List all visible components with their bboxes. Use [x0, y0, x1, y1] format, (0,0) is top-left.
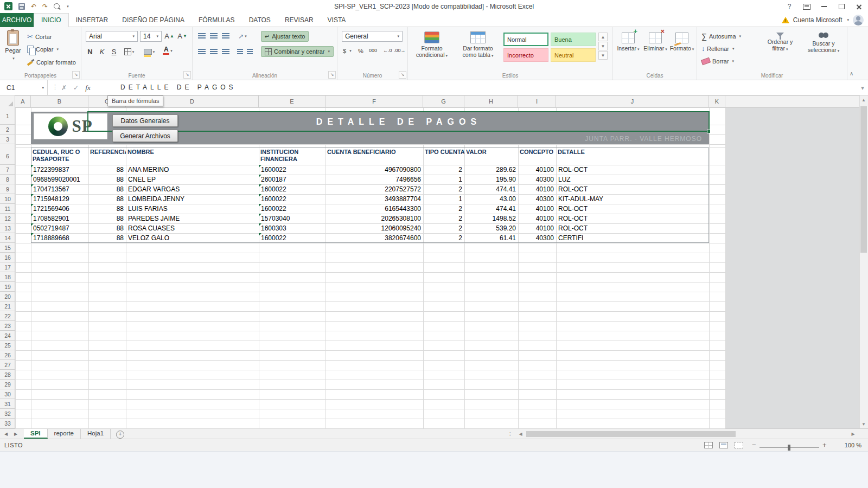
- row-header-27[interactable]: 27: [0, 360, 15, 370]
- increase-indent-icon[interactable]: [247, 49, 253, 55]
- table-header-nombre[interactable]: NOMBRE: [126, 147, 259, 165]
- close-button[interactable]: [851, 0, 867, 13]
- delete-cells-button[interactable]: Eliminar▾: [642, 33, 668, 53]
- cell-I10[interactable]: 40300: [518, 194, 556, 204]
- tab-archivo[interactable]: ARCHIVO: [0, 13, 34, 27]
- cell-J9[interactable]: ROL-OCT: [556, 184, 709, 194]
- row-header-9[interactable]: 9: [0, 184, 15, 194]
- wrap-text-button[interactable]: ↵ Ajustar texto: [261, 31, 309, 42]
- help-button[interactable]: ?: [781, 0, 797, 13]
- cell-D8[interactable]: CNEL EP: [126, 175, 259, 184]
- cell-E12[interactable]: 15703040: [259, 214, 326, 223]
- italic-button[interactable]: K: [97, 47, 107, 57]
- cell-E7[interactable]: 1600022: [259, 165, 326, 175]
- vertical-scroll-thumb[interactable]: [860, 106, 867, 253]
- cell-F7[interactable]: 4967090800: [326, 165, 423, 175]
- maximize-button[interactable]: [833, 0, 850, 13]
- cell-C10[interactable]: 88: [88, 194, 126, 204]
- cell-J12[interactable]: ROL-OCT: [556, 214, 709, 223]
- column-header-A[interactable]: A: [15, 95, 31, 108]
- decrease-indent-icon[interactable]: [237, 49, 243, 55]
- cell-H10[interactable]: 43.00: [464, 194, 518, 204]
- table-header-tipo-cuenta[interactable]: TIPO CUENTA: [423, 147, 464, 165]
- row-header-31[interactable]: 31: [0, 399, 15, 409]
- cell-E9[interactable]: 1600022: [259, 184, 326, 194]
- row-header-20[interactable]: 20: [0, 292, 15, 301]
- cell-F13[interactable]: 12060095240: [326, 223, 423, 233]
- datos-generales-button[interactable]: Datos Generales: [112, 114, 178, 127]
- cell-F14[interactable]: 3820674600: [326, 233, 423, 243]
- fill-color-button[interactable]: ▾: [142, 47, 156, 57]
- cell-style-normal[interactable]: Normal: [503, 33, 548, 46]
- row-header-28[interactable]: 28: [0, 370, 15, 380]
- insert-function-icon[interactable]: fx: [82, 80, 93, 95]
- cell-C13[interactable]: 88: [88, 223, 126, 233]
- cell-C9[interactable]: 88: [88, 184, 126, 194]
- increase-font-button[interactable]: A▲: [164, 31, 175, 41]
- sheet-nav-left-icon[interactable]: ◀: [4, 429, 8, 439]
- column-header-J[interactable]: J: [556, 95, 709, 108]
- cell-J11[interactable]: ROL-OCT: [556, 204, 709, 214]
- merge-center-button[interactable]: Combinar y centrar ▾: [261, 46, 334, 57]
- cell-F12[interactable]: 20265308100: [326, 214, 423, 223]
- table-header-valor[interactable]: VALOR: [464, 147, 518, 165]
- cell-G13[interactable]: 2: [423, 223, 464, 233]
- cell-J8[interactable]: LUZ: [556, 175, 709, 184]
- zoom-level[interactable]: 100 %: [829, 439, 861, 451]
- horizontal-scrollbar[interactable]: ◀ ▶: [516, 430, 857, 438]
- row-header-13[interactable]: 13: [0, 223, 15, 233]
- borders-button[interactable]: ▾: [124, 47, 135, 57]
- cell-B13[interactable]: 0502719487: [31, 223, 88, 233]
- cell-D9[interactable]: EDGAR VARGAS: [126, 184, 259, 194]
- row-header-15[interactable]: 15: [0, 243, 15, 253]
- cell-E14[interactable]: 1600022: [259, 233, 326, 243]
- format-cells-button[interactable]: Formato▾: [669, 33, 694, 53]
- collapse-ribbon-icon[interactable]: ∧: [850, 70, 853, 76]
- cell-C12[interactable]: 88: [88, 214, 126, 223]
- name-box[interactable]: C1 ▾: [0, 80, 48, 95]
- cell-D11[interactable]: LUIS FARIAS: [126, 204, 259, 214]
- column-header-I[interactable]: I: [518, 95, 556, 108]
- cell-style-incorrecto[interactable]: Incorrecto: [503, 48, 548, 62]
- align-middle-icon[interactable]: [210, 33, 218, 39]
- currency-button[interactable]: $▾: [343, 48, 352, 54]
- decrease-decimal-button[interactable]: .00→: [394, 48, 406, 53]
- autosum-button[interactable]: ∑ Autosuma▾: [701, 32, 741, 41]
- cell-H8[interactable]: 195.90: [464, 175, 518, 184]
- row-header-25[interactable]: 25: [0, 341, 15, 350]
- row-header-12[interactable]: 12: [0, 214, 15, 223]
- cell-E13[interactable]: 1600303: [259, 223, 326, 233]
- column-header-E[interactable]: E: [259, 95, 326, 108]
- cell-C11[interactable]: 88: [88, 204, 126, 214]
- cell-B11[interactable]: 1721569406: [31, 204, 88, 214]
- cell-I9[interactable]: 40100: [518, 184, 556, 194]
- format-painter-button[interactable]: Copiar formato: [27, 59, 76, 66]
- cell-style-buena[interactable]: Buena: [551, 33, 596, 46]
- font-color-button[interactable]: A▾: [161, 46, 175, 56]
- cell-G11[interactable]: 2: [423, 204, 464, 214]
- row-header-6[interactable]: 6: [0, 147, 15, 165]
- row-header-24[interactable]: 24: [0, 331, 15, 341]
- cell-H14[interactable]: 61.41: [464, 233, 518, 243]
- cell-B14[interactable]: 1718889668: [31, 233, 88, 243]
- cell-J10[interactable]: KIT-ADUL-MAY: [556, 194, 709, 204]
- ribbon-tab-insertar[interactable]: INSERTAR: [69, 13, 116, 27]
- scroll-left-icon[interactable]: ◀: [516, 430, 525, 438]
- horizontal-scroll-thumb[interactable]: [526, 431, 736, 437]
- sort-filter-button[interactable]: Ordenar yfiltrar▾: [761, 33, 799, 53]
- percent-button[interactable]: %: [358, 48, 363, 54]
- row-header-30[interactable]: 30: [0, 389, 15, 399]
- page-layout-view-button[interactable]: [719, 442, 728, 448]
- new-sheet-button[interactable]: +: [116, 431, 124, 439]
- cell-G7[interactable]: 2: [423, 165, 464, 175]
- ribbon-tab-f-rmulas[interactable]: FÓRMULAS: [192, 13, 242, 27]
- table-header-institucion-financiera[interactable]: INSTITUCION FINANCIERA: [259, 147, 326, 165]
- cell-G10[interactable]: 1: [423, 194, 464, 204]
- cell-H7[interactable]: 289.62: [464, 165, 518, 175]
- cell-H13[interactable]: 539.20: [464, 223, 518, 233]
- row-header-8[interactable]: 8: [0, 175, 15, 184]
- table-header-detalle[interactable]: DETALLE: [556, 147, 709, 165]
- cut-button[interactable]: ✂ Cortar: [27, 33, 52, 41]
- clear-button[interactable]: Borrar▾: [701, 58, 734, 65]
- cell-F8[interactable]: 7496656: [326, 175, 423, 184]
